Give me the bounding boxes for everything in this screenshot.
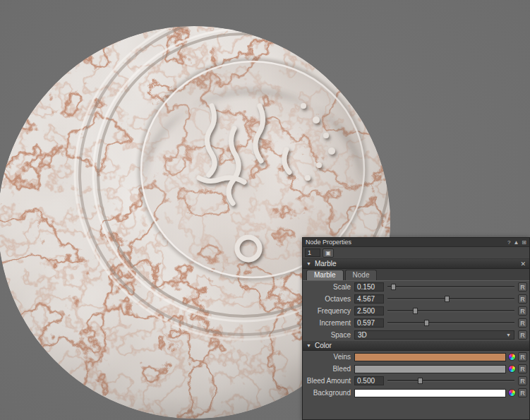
bleed-color-swatch[interactable]	[354, 365, 506, 373]
veins-label: Veins	[305, 353, 354, 361]
row-background: Background R	[303, 387, 529, 399]
bleed-amount-slider[interactable]	[387, 376, 514, 385]
background-color-swatch[interactable]	[354, 389, 506, 397]
panel-title: Node Properties	[306, 239, 351, 246]
color-picker-icon[interactable]	[508, 353, 516, 361]
row-bleed-amount: Bleed Amount 0.500 R	[303, 375, 529, 387]
slider-track[interactable]	[387, 286, 514, 288]
octaves-label: Octaves	[305, 295, 354, 303]
reset-button[interactable]: R	[518, 352, 527, 361]
titlebar-icons: ? ▲ ⊞	[507, 239, 526, 246]
pin-icon[interactable]: ▲	[513, 239, 519, 246]
reset-button[interactable]: R	[518, 318, 527, 328]
form-icon[interactable]: ⊞	[522, 239, 526, 246]
tab-node[interactable]: Node	[345, 270, 378, 280]
scale-label: Scale	[305, 283, 354, 291]
panel-empty-area	[303, 399, 529, 419]
octaves-value-field[interactable]: 4.567	[354, 294, 384, 304]
panel-titlebar[interactable]: Node Properties ? ▲ ⊞	[303, 238, 529, 247]
frequency-value-field[interactable]: 2.500	[354, 306, 384, 316]
chevron-down-icon: ▼	[506, 332, 511, 337]
slider-track[interactable]	[387, 322, 514, 324]
slider-handle[interactable]	[413, 308, 418, 314]
row-veins: Veins R	[303, 351, 529, 363]
space-label: Space	[305, 331, 354, 339]
increment-label: Increment	[305, 319, 354, 327]
reset-button[interactable]: R	[518, 364, 527, 373]
section-title: Marble	[315, 260, 337, 268]
row-scale: Scale 0.150 R	[303, 281, 529, 293]
close-icon[interactable]: ✕	[520, 260, 526, 268]
space-value: 3D	[358, 331, 367, 339]
help-icon[interactable]: ?	[507, 239, 510, 246]
color-picker-icon[interactable]	[508, 389, 516, 397]
tab-bar: Marble Node	[303, 269, 529, 281]
reset-button[interactable]: R	[518, 282, 527, 292]
slider-handle[interactable]	[445, 296, 450, 302]
frequency-label: Frequency	[305, 307, 354, 315]
reset-button[interactable]: R	[518, 306, 527, 316]
bleed-amount-label: Bleed Amount	[305, 377, 354, 385]
slider-handle[interactable]	[418, 378, 423, 384]
increment-value-field[interactable]: 0.597	[354, 318, 384, 328]
frequency-slider[interactable]	[387, 306, 514, 316]
bleed-label: Bleed	[305, 365, 354, 373]
octaves-slider[interactable]	[387, 294, 514, 304]
bleed-amount-value-field[interactable]: 0.500	[354, 376, 384, 385]
slider-track[interactable]	[387, 310, 514, 312]
veins-color-swatch[interactable]	[354, 353, 506, 361]
color-picker-icon[interactable]	[508, 365, 516, 373]
section-title: Color	[315, 342, 332, 349]
tab-marble[interactable]: Marble	[306, 270, 344, 280]
reset-button[interactable]: R	[518, 294, 527, 304]
slider-handle[interactable]	[424, 320, 429, 326]
reset-button[interactable]: R	[518, 388, 527, 397]
slider-track[interactable]	[387, 298, 514, 300]
scale-value-field[interactable]: 0.150	[354, 282, 384, 292]
increment-slider[interactable]	[387, 318, 514, 328]
chevron-down-icon[interactable]: ▼	[306, 343, 311, 348]
index-field[interactable]: 1	[305, 248, 320, 257]
slider-track[interactable]	[387, 380, 514, 382]
panel-toolbar: 1 ▣	[303, 247, 529, 259]
space-dropdown[interactable]: 3D ▼	[354, 330, 514, 340]
reset-button[interactable]: R	[518, 330, 527, 340]
node-properties-panel: Node Properties ? ▲ ⊞ 1 ▣ ▼ Marble ✕ Mar…	[302, 237, 530, 420]
chevron-down-icon[interactable]: ▼	[306, 261, 311, 266]
row-space: Space 3D ▼ R	[303, 329, 529, 341]
slider-handle[interactable]	[391, 284, 396, 290]
background-label: Background	[305, 389, 354, 397]
row-octaves: Octaves 4.567 R	[303, 293, 529, 305]
color-section-header[interactable]: ▼ Color	[303, 341, 529, 351]
row-bleed: Bleed R	[303, 363, 529, 375]
marble-section-header[interactable]: ▼ Marble ✕	[303, 259, 529, 269]
row-frequency: Frequency 2.500 R	[303, 305, 529, 317]
reset-button[interactable]: R	[518, 376, 527, 385]
list-button[interactable]: ▣	[323, 248, 334, 258]
scale-slider[interactable]	[387, 282, 514, 292]
row-increment: Increment 0.597 R	[303, 317, 529, 329]
